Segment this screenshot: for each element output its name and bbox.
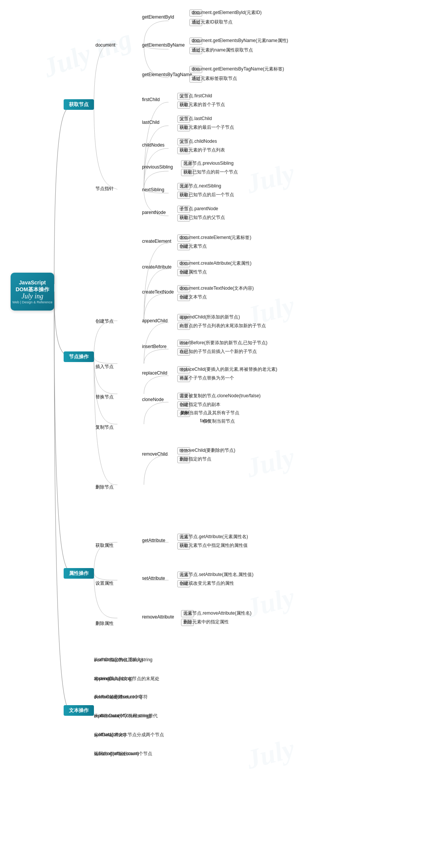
func-pn: 获取已知节点的父节点 [180, 214, 225, 221]
func-gename: 通过元素的name属性获取节点 [192, 47, 253, 53]
method-createattribute: createAttribute [142, 264, 172, 270]
watermark-5: July [243, 581, 298, 624]
node-delete: 删除节点 [95, 484, 114, 490]
func-ib: 在已知的子节点前插入一个新的子节点 [180, 348, 257, 355]
method-removeattribute: removeAttribute [142, 614, 174, 620]
func-geid: 通过元素ID获取节点 [192, 19, 233, 25]
syntax-ga: 元素节点.getAttribute(元素属性名) [180, 534, 248, 540]
cat-get-node: 获取节点 [64, 99, 94, 110]
cat-text-ops: 文本操作 [64, 705, 94, 716]
node-replace: 替换节点 [95, 394, 114, 400]
text-desc-deletedate: 从offset起删除count个字符 [94, 694, 148, 700]
method-appendchild: appendChild [142, 318, 167, 323]
syntax-cn: 父节点.childNodes [180, 138, 217, 145]
node-del-attr: 删除属性 [95, 620, 114, 627]
syntax-ac: appendChild(所添加的新节点) [180, 314, 240, 320]
func-ns: 获取已知节点的后一个节点 [180, 192, 234, 198]
syntax-ce: document.createElement(元素标签) [180, 234, 251, 241]
func-getag: 通过元素标签获取节点 [192, 75, 237, 82]
syntax-ns: 兄弟节点.nextSibling [180, 183, 221, 189]
func-ps: 获取已知节点的前一个节点 [183, 169, 238, 175]
text-desc-appenddata: 将string插入到文本节点的末尾处 [94, 676, 159, 682]
node-copy: 复制节点 [95, 424, 114, 431]
watermark-2: July [243, 157, 298, 200]
text-desc-splitdata: 从offset起将文本节点分成两个节点 [94, 732, 164, 738]
syntax-rc: replaceChild(要插入的新元素,将被替换的老元素) [180, 366, 277, 373]
func-sa: 创建或改变元素节点的属性 [180, 580, 234, 587]
node-insert: 插入节点 [95, 364, 114, 370]
method-clonenode: cloneNode [142, 397, 164, 402]
watermark-6: July [243, 733, 298, 776]
func-fc: 获取元素的首个子节点 [180, 101, 225, 108]
syntax-lc: 父节点.lastChild [180, 116, 212, 122]
syntax-getag: document.getElementsByTagName(元素标签) [192, 66, 284, 72]
method-childnodes: childNodes [142, 142, 164, 148]
method-createelement: createElement [142, 239, 171, 244]
text-desc-replacedata: 从off将count个字符用string替代 [94, 713, 158, 719]
method-previoussibling: previousSibling [142, 164, 173, 170]
method-getelementsbyname: getElementsByName [142, 42, 185, 48]
node-pointer: 节点指针 [95, 186, 114, 192]
syntax-ca: document.createAttribute(元素属性) [180, 260, 251, 267]
root-node: JavaScript DOM基本操作 July ing Web | Design… [11, 273, 54, 311]
text-desc-insertdata: 从offset指定的位置插入string [94, 657, 152, 663]
root-title-line1: JavaScript [19, 279, 46, 286]
syntax-ctn: document.createTextNode(文本内容) [180, 285, 254, 292]
syntax-ps: 兄弟节点.previousSibling [183, 160, 234, 167]
method-createtextnode: createTextNode [142, 289, 174, 295]
node-set-attr: 设置属性 [95, 580, 114, 587]
method-getelementsbytagname: getElementsByTagName [142, 72, 192, 77]
method-removechild: removeChild [142, 451, 167, 457]
method-firstchild: firstChild [142, 97, 160, 102]
func-rc: 将某个子节点替换为另一个 [180, 375, 234, 381]
func-ga: 获取元素节点中指定属性的属性值 [180, 542, 248, 549]
method-getelementbyid: getElementById [142, 14, 174, 20]
method-getattribute: getAttribute [142, 538, 165, 543]
method-nextsibling: nextSibling [142, 187, 164, 192]
syntax-geid: document.getElementById(元素ID) [192, 9, 262, 16]
method-setattribute: setAttribute [142, 576, 165, 581]
method-lastchild: lastChild [142, 120, 159, 125]
func-cn: 获取元素的子节点列表 [180, 147, 225, 153]
cat-node-ops: 节点操作 [64, 351, 94, 362]
func-lc: 获取元素的最后一个子节点 [180, 124, 234, 131]
cat-attr-ops: 属性操作 [64, 568, 94, 579]
root-logo-sub: Web | Design & Reference [12, 300, 52, 304]
method-replacechild: replaceChild [142, 370, 167, 376]
syntax-pn: 子节点.parentNode [180, 206, 218, 212]
func-ac: 向节点的子节点列表的末尾添加新的子节点 [180, 323, 266, 329]
syntax-sa: 元素节点.setAttribute(属性名,属性值) [180, 571, 253, 578]
method-parentnode: parentNode [142, 210, 166, 215]
syntax-fc: 父节点.firstChild [180, 93, 212, 99]
node-document: document [95, 42, 116, 48]
param-false-desc: 仅复制当前节点 [203, 418, 235, 425]
method-insertbefore: insertBefore [142, 344, 167, 349]
syntax-clone: 需要被复制的节点.cloneNode(true/false) [180, 393, 261, 399]
func-rmc: 删除指定的节点 [180, 456, 211, 462]
syntax-ra: 元素节点.removeAttribute(属性名) [183, 610, 251, 617]
func-clone: 创建指定节点的副本 [180, 401, 220, 408]
func-ra: 删除元素中的指定属性 [183, 619, 229, 625]
text-desc-substring: 返回由offset起的count个节点 [94, 751, 153, 757]
param-true-desc: 复制当前节点及其所有子节点 [180, 410, 239, 416]
watermark-1: July ing [39, 23, 136, 84]
func-ctn: 创建文本节点 [180, 294, 207, 300]
node-create: 创建节点 [95, 318, 114, 325]
watermark-4: July [243, 441, 298, 484]
root-logo: July ing [22, 293, 43, 300]
func-ca: 创建属性节点 [180, 269, 207, 275]
root-title-line2: DOM基本操作 [16, 286, 49, 293]
func-ce: 创建元素节点 [180, 243, 207, 250]
syntax-ib: insertBefore(所要添加的新节点,已知子节点) [180, 340, 267, 346]
mind-map-page: July ing July July July July July [0, 0, 428, 868]
node-get-attr: 获取属性 [95, 542, 114, 549]
syntax-gename: document.getElementsByName(元素name属性) [192, 37, 288, 44]
syntax-rmc: removeChild(要删除的节点) [180, 447, 235, 454]
